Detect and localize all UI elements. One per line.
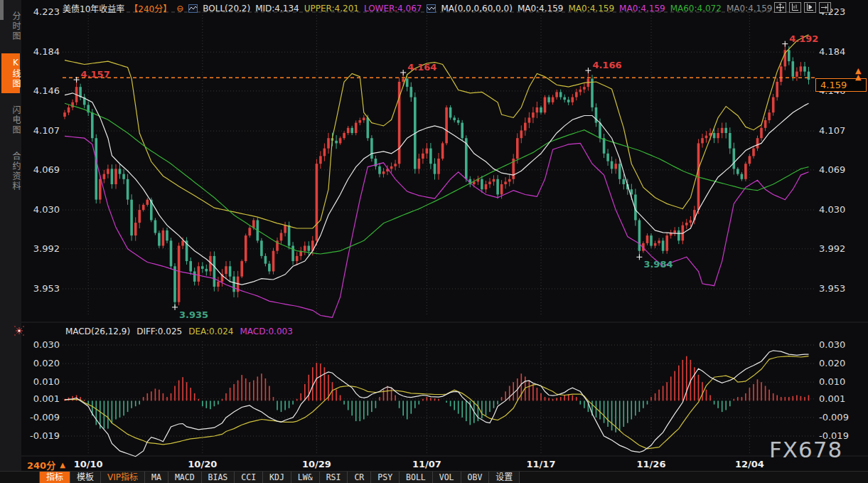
macd-header: MACD(26,12,9) DIFF:0.025 DEA:0.024 MACD:… <box>65 327 293 336</box>
ma0-white-value: MA0:4.159 <box>518 4 564 14</box>
boll-indicator-icon <box>188 4 198 13</box>
period-selector[interactable]: 240分 ▲ <box>27 458 65 472</box>
y-axis-label-left: 4.223 <box>33 6 60 17</box>
scroll-right-icon[interactable] <box>804 2 816 13</box>
toolbar-button-BIAS[interactable]: BIAS <box>202 472 235 483</box>
chart-tool-buttons <box>774 2 831 13</box>
ma0-gray-value: MA0:4.159 <box>727 4 773 14</box>
indicator-toolbar: 指标模板VIP指标MAMACDBIASCCIKDJLW&RSICRPSYBOLL… <box>0 471 868 483</box>
y-axis-label-right: 3.992 <box>819 243 845 254</box>
y-axis-label-left: 4.146 <box>33 85 60 96</box>
macd-axis-label-left: -0.009 <box>30 412 60 423</box>
macd-axis-label-right: 0.010 <box>819 376 845 387</box>
fit-chart-icon[interactable] <box>789 2 801 13</box>
x-axis-date-label: 10/20 <box>188 459 217 469</box>
alert-star-icon <box>14 325 24 339</box>
toolbar-button-PSY[interactable]: PSY <box>371 472 400 483</box>
toolbar-button-BOLL[interactable]: BOLL <box>400 472 433 483</box>
trading-terminal: 4.1574.1644.1664.1923.9353.9844.2234.223… <box>0 0 868 483</box>
toolbar-button-指标[interactable]: 指标 <box>39 472 70 483</box>
x-axis-date-label: 10/10 <box>74 459 103 469</box>
sidebar: 分时图K线图闪电图合约资料 <box>0 0 21 471</box>
macd-axis-label-right: 0.020 <box>819 358 845 368</box>
macd-diff-value: DIFF:0.025 <box>136 327 182 336</box>
toolbar-button-KDJ[interactable]: KDJ <box>263 472 291 483</box>
y-axis-label-right: 4.030 <box>819 204 845 215</box>
sidebar-tab-0[interactable]: 分时图 <box>1 7 20 46</box>
boll-mid-value: MID:4.134 <box>255 4 299 14</box>
dropdown-arrow-icon: ▲ <box>60 461 65 469</box>
x-axis-date-label: 11/17 <box>527 459 556 469</box>
toolbar-button-MACD[interactable]: MACD <box>168 472 202 483</box>
toolbar-button-OBV[interactable]: OBV <box>461 472 490 483</box>
toolbar-button-模板[interactable]: 模板 <box>70 472 101 483</box>
boll-label: BOLL(20,2) <box>203 4 250 14</box>
toolbar-button-CCI[interactable]: CCI <box>235 472 263 483</box>
toolbar-button-VIP指标[interactable]: VIP指标 <box>101 472 145 483</box>
x-axis-date-label: 10/29 <box>302 459 331 469</box>
toolbar-button-LW&[interactable]: LW& <box>291 472 320 483</box>
toolbar-button-RSI[interactable]: RSI <box>320 472 348 483</box>
macd-params: MACD(26,12,9) <box>65 327 130 336</box>
ma-indicator-icon <box>427 4 436 13</box>
macd-axis-label-left: 0.001 <box>33 393 60 404</box>
sidebar-scrollbar[interactable] <box>0 0 4 20</box>
toolbar-button-MA[interactable]: MA <box>145 472 168 483</box>
price-up-arrow-icon: ▲▲ <box>855 68 861 80</box>
macd-macd-value: MACD:0.003 <box>240 327 292 336</box>
toolbar-button-设置[interactable]: 设置 <box>489 472 520 483</box>
y-axis-label-left: 3.992 <box>33 243 60 254</box>
x-axis-date-label: 11/07 <box>412 459 441 469</box>
y-axis-label-left: 4.107 <box>33 125 60 136</box>
macd-axis-label-left: 0.010 <box>33 376 60 387</box>
boll-upper-value: UPPER:4.201 <box>304 4 359 14</box>
macd-axis-label-right: -0.009 <box>819 412 849 423</box>
sidebar-tab-2[interactable]: 闪电图 <box>1 101 20 139</box>
toolbar-button-CR[interactable]: CR <box>348 472 371 483</box>
jump-to-latest-icon[interactable] <box>819 2 831 13</box>
macd-axis-label-left: -0.019 <box>30 430 60 441</box>
y-axis-label-right: 4.069 <box>819 164 845 175</box>
period-badge[interactable]: 【240分】 <box>129 2 171 14</box>
macd-axis-label-left: 0.020 <box>33 358 60 368</box>
indicator-header: 美债10年收益率 【240分】 ⊖ BOLL(20,2) MID:4.134 U… <box>63 3 772 14</box>
ma60-green-value: MA60:4.072 <box>670 4 722 14</box>
instrument-title: 美债10年收益率 <box>63 2 124 14</box>
y-axis-label-right: 3.953 <box>819 283 845 294</box>
ma0-yellow-value: MA0:4.159 <box>568 4 614 14</box>
y-axis-label-left: 4.184 <box>33 46 60 57</box>
collapse-indicator-icon[interactable]: ⊖ <box>176 4 183 14</box>
boll-lower-value: LOWER:4.067 <box>364 4 422 14</box>
x-axis-date-label: 11/26 <box>637 459 666 469</box>
macd-axis-label-left: 0.030 <box>33 339 60 350</box>
ma-label: MA(0,0,0,60,0,0) <box>441 4 512 14</box>
chart-canvas[interactable]: 4.1574.1644.1664.1923.9353.9844.2234.223… <box>0 0 868 483</box>
y-axis-label-left: 3.953 <box>33 283 60 294</box>
brand-watermark: FX678 <box>769 437 842 462</box>
macd-plot-area[interactable] <box>63 327 815 455</box>
macd-dea-value: DEA:0.024 <box>188 327 233 336</box>
macd-axis-label-right: 0.030 <box>819 339 845 350</box>
macd-axis-label-right: 0.001 <box>819 393 845 404</box>
ma0-magenta-value: MA0:4.159 <box>619 4 665 14</box>
y-axis-label-right: 4.184 <box>819 46 845 57</box>
y-axis-label-left: 4.069 <box>33 164 60 175</box>
sidebar-tab-3[interactable]: 合约资料 <box>1 147 20 196</box>
pan-icon[interactable] <box>774 2 786 13</box>
y-axis-label-left: 4.030 <box>33 204 60 215</box>
main-plot-area[interactable] <box>63 12 815 317</box>
sidebar-tab-1[interactable]: K线图 <box>1 53 20 93</box>
y-axis-label-right: 4.107 <box>819 125 845 136</box>
x-axis-date-label: 12/04 <box>735 459 764 469</box>
toolbar-button-VOL[interactable]: VOL <box>433 472 461 483</box>
